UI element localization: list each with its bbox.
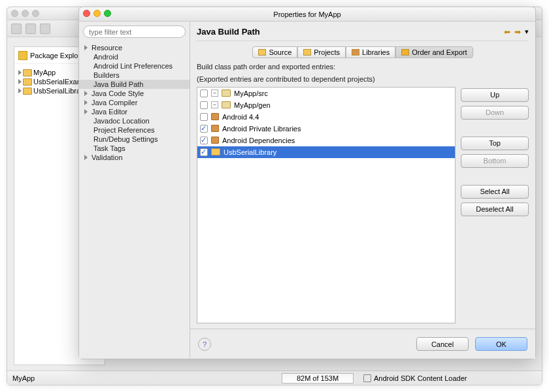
- tree-item[interactable]: Java Code Style: [79, 89, 190, 98]
- select-all-button[interactable]: Select All: [461, 185, 529, 199]
- folder-icon: [23, 78, 32, 86]
- list-item[interactable]: Android Dependencies: [197, 135, 455, 146]
- library-icon: [211, 137, 219, 144]
- checkbox[interactable]: [200, 125, 208, 133]
- tree-item[interactable]: Java Compiler: [79, 98, 190, 107]
- traffic-light-zoom[interactable]: [32, 10, 39, 17]
- down-button[interactable]: Down: [461, 106, 529, 120]
- preferences-tree[interactable]: ResourceAndroidAndroid Lint PreferencesB…: [79, 42, 190, 359]
- checkbox[interactable]: [200, 113, 208, 121]
- list-item[interactable]: −MyApp/src: [197, 88, 455, 99]
- expander-icon[interactable]: [18, 70, 22, 75]
- tab-projects[interactable]: Projects: [297, 46, 346, 58]
- minimize-icon[interactable]: [93, 10, 101, 17]
- tree-item[interactable]: Builders: [79, 71, 190, 80]
- toolbar-print-icon[interactable]: [40, 24, 50, 34]
- tree-item-label: Javadoc Location: [93, 117, 150, 125]
- menu-chevron-icon[interactable]: ▾: [525, 27, 529, 37]
- close-icon[interactable]: [83, 10, 90, 17]
- checkbox[interactable]: [200, 148, 208, 156]
- filter-input[interactable]: [83, 25, 186, 38]
- expander-icon[interactable]: [84, 100, 88, 105]
- toolbar-save-icon[interactable]: [25, 24, 36, 34]
- package-icon: [222, 90, 231, 97]
- tab-source[interactable]: Source: [252, 46, 297, 58]
- list-item[interactable]: UsbSerialLibrary: [197, 146, 455, 158]
- bottom-button[interactable]: Bottom: [461, 154, 529, 168]
- tree-item-label: Validation: [92, 154, 123, 161]
- status-bar: MyApp 82M of 153M Android SDK Content Lo…: [7, 370, 542, 385]
- tree-item-label: Android Lint Preferences: [93, 62, 173, 70]
- zoom-icon[interactable]: [104, 10, 111, 17]
- checkbox[interactable]: [200, 90, 208, 97]
- trash-icon[interactable]: [363, 374, 371, 382]
- help-icon[interactable]: ?: [198, 338, 211, 351]
- heap-status[interactable]: 82M of 153M: [282, 373, 354, 384]
- traffic-light-minimize[interactable]: [22, 10, 29, 17]
- order-icon: [401, 49, 409, 56]
- source-icon: [258, 49, 266, 56]
- tree-item-label: Java Editor: [92, 108, 127, 116]
- tree-item-label: Android: [93, 53, 118, 61]
- list-item-label: Android 4.4: [222, 113, 259, 121]
- tree-item[interactable]: Task Tags: [79, 144, 190, 153]
- library-icon: [211, 125, 219, 132]
- tree-item[interactable]: Java Editor: [79, 107, 190, 116]
- toolbar-new-icon[interactable]: [11, 24, 22, 34]
- description-line-2: (Exported entries are contributed to dep…: [197, 74, 529, 84]
- progress-region: Android SDK Content Loader: [363, 374, 467, 382]
- expander-icon[interactable]: [84, 109, 88, 114]
- tree-item[interactable]: Resource: [79, 43, 190, 52]
- tab-libraries[interactable]: Libraries: [346, 46, 395, 58]
- order-export-list[interactable]: −MyApp/src−MyApp/genAndroid 4.4Android P…: [197, 87, 456, 323]
- tree-item-label: Task Tags: [93, 144, 125, 152]
- ok-button[interactable]: OK: [475, 337, 527, 351]
- status-project: MyApp: [12, 374, 35, 382]
- tree-item-label: Resource: [92, 44, 122, 52]
- expander-icon[interactable]: [84, 91, 88, 96]
- folder-icon: [211, 148, 220, 155]
- collapse-icon[interactable]: −: [211, 90, 218, 97]
- tab-order-and-export[interactable]: Order and Export: [395, 46, 473, 58]
- package-icon: [222, 101, 231, 108]
- build-path-tabs: SourceProjectsLibrariesOrder and Export: [252, 46, 473, 58]
- folder-icon: [23, 69, 32, 76]
- expander-icon[interactable]: [84, 155, 88, 160]
- content-area: Java Build Path ⬅ ➡ ▾ SourceProjectsLibr…: [190, 22, 535, 359]
- up-button[interactable]: Up: [461, 88, 529, 102]
- properties-dialog: Properties for MyApp ResourceAndroidAndr…: [78, 7, 536, 359]
- list-item[interactable]: Android 4.4: [197, 111, 455, 123]
- list-item-label: Android Dependencies: [222, 137, 295, 144]
- tree-item[interactable]: Android Lint Preferences: [79, 61, 190, 71]
- checkbox[interactable]: [200, 137, 208, 144]
- expander-icon[interactable]: [84, 45, 88, 50]
- dialog-footer: ? Cancel OK: [190, 329, 535, 359]
- progress-label: Android SDK Content Loader: [374, 374, 467, 382]
- cancel-button[interactable]: Cancel: [416, 337, 469, 351]
- expander-icon[interactable]: [18, 79, 22, 84]
- top-button[interactable]: Top: [461, 137, 529, 150]
- tree-item-label: Java Build Path: [93, 80, 143, 88]
- filter-field-wrap: [83, 25, 186, 38]
- tree-item-label: Java Code Style: [92, 90, 144, 97]
- project-label: MyApp: [33, 69, 56, 76]
- list-item-label: Android Private Libraries: [222, 125, 301, 133]
- tree-item[interactable]: Android: [79, 52, 190, 61]
- expander-icon[interactable]: [18, 88, 22, 93]
- checkbox[interactable]: [200, 101, 208, 109]
- tree-item[interactable]: Java Build Path: [79, 80, 190, 89]
- deselect-all-button[interactable]: Deselect All: [461, 203, 529, 216]
- collapse-icon[interactable]: −: [211, 101, 218, 108]
- back-icon[interactable]: ⬅: [504, 27, 510, 37]
- list-item[interactable]: −MyApp/gen: [197, 99, 455, 111]
- tree-item[interactable]: Run/Debug Settings: [79, 135, 190, 144]
- tree-item-label: Builders: [93, 71, 120, 79]
- list-item[interactable]: Android Private Libraries: [197, 123, 455, 135]
- preferences-sidebar: ResourceAndroidAndroid Lint PreferencesB…: [79, 22, 190, 359]
- tree-item[interactable]: Validation: [79, 153, 190, 162]
- tree-item[interactable]: Javadoc Location: [79, 116, 190, 125]
- tab-label: Projects: [314, 48, 340, 56]
- tree-item[interactable]: Project References: [79, 125, 190, 135]
- traffic-light-close[interactable]: [11, 10, 18, 17]
- forward-icon[interactable]: ➡: [514, 27, 521, 37]
